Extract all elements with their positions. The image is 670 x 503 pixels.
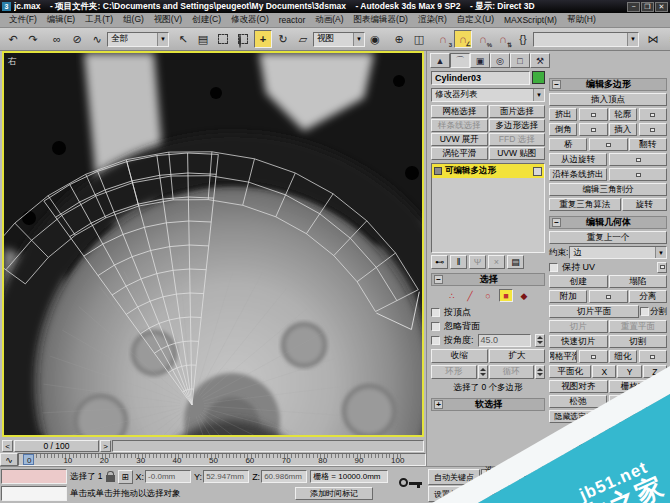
bevel-settings-icon[interactable] <box>579 123 607 136</box>
slice-plane-button[interactable]: 切片平面 <box>549 305 639 318</box>
poly-select-button[interactable]: 多边形选择 <box>489 119 546 132</box>
retriangulate-button[interactable]: 重复三角算法 <box>549 198 621 211</box>
angle-value-field[interactable]: 45.0 <box>478 334 531 347</box>
element-subobject-icon[interactable]: ◆ <box>517 289 531 302</box>
select-and-scale-icon[interactable]: ▱ <box>294 30 312 48</box>
modifier-stack[interactable]: 可编辑多边形 <box>431 163 545 253</box>
selection-rollout-header[interactable]: − 选择 <box>431 273 545 286</box>
auto-key-button[interactable]: 自动关键点 <box>428 469 480 485</box>
menu-item-12[interactable]: MAXScript(M) <box>499 15 562 25</box>
edit-triangulation-button[interactable]: 编辑三角剖分 <box>549 183 667 196</box>
show-end-result-icon[interactable]: ‖ <box>450 255 467 269</box>
polygon-subobject-icon[interactable]: ■ <box>499 289 513 302</box>
create-button[interactable]: 创建 <box>549 275 608 288</box>
lock-selection-icon[interactable] <box>106 475 115 482</box>
menu-item-3[interactable]: 组(G) <box>118 14 149 26</box>
object-name-field[interactable]: Cylinder03 <box>431 71 530 85</box>
make-planar-button[interactable]: 平面化 <box>549 365 591 378</box>
soft-selection-rollout-header[interactable]: + 软选择 <box>431 398 545 411</box>
patch-select-button[interactable]: 面片选择 <box>489 105 546 118</box>
turn-button[interactable]: 旋转 <box>622 198 667 211</box>
previous-frame-arrow[interactable]: < <box>2 440 13 452</box>
msmooth-button[interactable]: 网格平滑 <box>549 350 577 363</box>
object-color-swatch[interactable] <box>532 71 545 84</box>
go-to-start-button[interactable]: « <box>532 469 548 485</box>
hinge-settings-icon[interactable] <box>609 153 667 166</box>
window-crossing-icon[interactable] <box>234 30 252 48</box>
relax-settings-icon[interactable] <box>609 395 667 408</box>
extrude-button[interactable]: 挤出 <box>549 108 577 121</box>
view-align-button[interactable]: 视图对齐 <box>549 380 608 393</box>
by-angle-checkbox[interactable] <box>431 336 440 345</box>
menu-item-0[interactable]: 文件(F) <box>4 14 42 26</box>
mirror-icon[interactable]: ⋈ <box>644 30 662 48</box>
tessellate-button[interactable]: 细化 <box>609 350 637 363</box>
pin-stack-icon[interactable]: ⊷ <box>431 255 448 269</box>
edit-named-selection-sets-icon[interactable]: {} <box>514 30 532 48</box>
selection-filter-dropdown[interactable]: 全部 ▼ <box>107 32 169 47</box>
attach-button[interactable]: 附加 <box>549 290 587 303</box>
menu-item-13[interactable]: 帮助(H) <box>562 14 601 26</box>
edge-subobject-icon[interactable]: ╱ <box>463 289 477 302</box>
next-frame-arrow[interactable]: > <box>100 440 111 452</box>
select-and-rotate-icon[interactable]: ↻ <box>274 30 292 48</box>
planar-z-button[interactable]: Z <box>643 365 667 378</box>
menu-item-1[interactable]: 编辑(E) <box>42 14 80 26</box>
bind-to-spacewarp-icon[interactable]: ∿ <box>88 30 106 48</box>
select-by-name-icon[interactable]: ▤ <box>194 30 212 48</box>
quickslice-button[interactable]: 快速切片 <box>549 335 608 348</box>
reference-coordinate-dropdown[interactable]: 视图 ▼ <box>313 32 365 47</box>
outline-button[interactable]: 轮廓 <box>609 108 637 121</box>
planar-x-button[interactable]: X <box>592 365 616 378</box>
edit-geometry-rollout-header[interactable]: − 编辑几何体 <box>549 216 667 229</box>
hide-selected-button[interactable]: 隐藏选定对象 <box>549 410 608 423</box>
menu-item-5[interactable]: 创建(C) <box>187 14 226 26</box>
mesh-select-button[interactable]: 网格选择 <box>431 105 488 118</box>
select-and-manipulate-icon[interactable]: ⊕ <box>390 30 408 48</box>
ring-spinner[interactable] <box>478 365 488 379</box>
select-object-icon[interactable]: ↖ <box>174 30 192 48</box>
close-button[interactable]: ✕ <box>655 2 668 12</box>
uvw-map-button[interactable]: UVW 贴图 <box>489 147 546 160</box>
msmooth-settings-icon[interactable] <box>579 350 607 363</box>
previous-frame-button[interactable]: ‹ <box>532 486 548 502</box>
extrude-along-spline-button[interactable]: 沿样条线挤出 <box>549 168 607 181</box>
collapse-button[interactable]: 塌陷 <box>609 275 668 288</box>
repeat-last-button[interactable]: 重复上一个 <box>549 231 667 244</box>
maxscript-mini-listener-white[interactable] <box>1 486 67 501</box>
trackbar-ruler[interactable]: 0102030405060708090100 <box>18 453 426 466</box>
time-slider-handle[interactable]: 0 / 100 <box>14 440 99 452</box>
preserve-uv-checkbox[interactable] <box>549 263 558 272</box>
x-coordinate-field[interactable]: -0.0mm <box>145 470 191 483</box>
mini-curve-editor-icon[interactable]: ∿ <box>0 453 18 466</box>
snap-toggle-3d-icon[interactable]: ∩3 <box>434 30 452 48</box>
layer-manager-icon[interactable]: ◫ <box>410 30 428 48</box>
border-subobject-icon[interactable]: ○ <box>481 289 495 302</box>
outline-settings-icon[interactable] <box>639 108 667 121</box>
ignore-backfacing-checkbox[interactable] <box>431 322 440 331</box>
split-checkbox[interactable] <box>640 307 649 316</box>
modifier-list-dropdown[interactable]: 修改器列表 ▼ <box>431 88 545 102</box>
hinge-from-edge-button[interactable]: 从边旋转 <box>549 153 607 166</box>
z-coordinate-field[interactable]: 60.986mm <box>261 470 307 483</box>
grow-button[interactable]: 扩大 <box>489 349 546 363</box>
select-and-move-icon[interactable]: + <box>254 30 272 48</box>
unwrap-uvw-button[interactable]: UVW 展开 <box>431 133 488 146</box>
shrink-button[interactable]: 收缩 <box>431 349 488 363</box>
maximize-button[interactable]: ❐ <box>641 2 654 12</box>
redo-icon[interactable]: ↷ <box>24 30 42 48</box>
extrude-along-spline-settings-icon[interactable] <box>609 168 667 181</box>
stack-item-editable-poly[interactable]: 可编辑多边形 <box>432 164 544 178</box>
select-and-link-icon[interactable]: ∞ <box>48 30 66 48</box>
bridge-button[interactable]: 桥 <box>549 138 587 151</box>
minimize-button[interactable]: − <box>627 2 640 12</box>
preserve-uv-settings-icon[interactable] <box>657 262 667 273</box>
hierarchy-tab-icon[interactable]: ▣ <box>470 53 490 68</box>
tessellate-settings-icon[interactable] <box>639 350 667 363</box>
loop-spinner[interactable] <box>535 365 545 379</box>
named-selection-dropdown[interactable]: ▼ <box>533 32 639 47</box>
by-vertex-checkbox[interactable] <box>431 308 440 317</box>
grid-align-button[interactable]: 栅格对齐 <box>609 380 668 393</box>
unhide-all-button[interactable]: 全部取消隐藏 <box>609 410 668 423</box>
modifier-active-toggle[interactable] <box>533 167 542 176</box>
